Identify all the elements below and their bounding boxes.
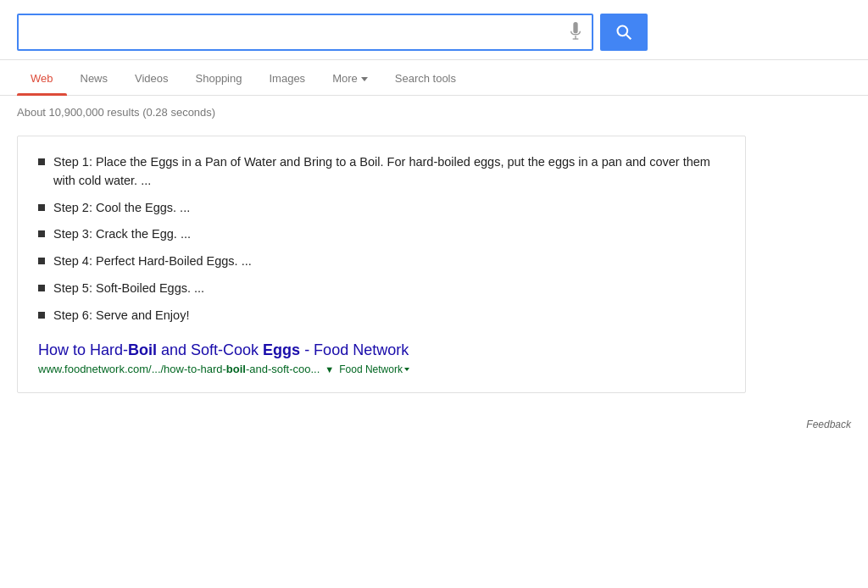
feedback-label[interactable]: Feedback <box>806 419 851 430</box>
mic-button[interactable] <box>559 22 592 42</box>
bullet-icon <box>38 204 45 211</box>
feedback-area: Feedback <box>0 410 868 439</box>
tab-web[interactable]: Web <box>17 60 67 95</box>
search-input-wrapper: how do you boil eggs <box>17 14 593 51</box>
step-text: Step 6: Serve and Enjoy! <box>53 307 725 325</box>
tab-search-tools[interactable]: Search tools <box>381 60 470 95</box>
bullet-icon <box>38 158 45 165</box>
source-name: Food Network <box>339 363 403 375</box>
main-content: Step 1: Place the Eggs in a Pan of Water… <box>0 129 868 410</box>
svg-rect-0 <box>573 22 577 33</box>
nav-tabs: Web News Videos Shopping Images More Sea… <box>0 60 868 96</box>
tab-shopping[interactable]: Shopping <box>182 60 256 95</box>
step-text: Step 1: Place the Eggs in a Pan of Water… <box>53 153 725 191</box>
search-input[interactable]: how do you boil eggs <box>19 24 559 42</box>
search-icon <box>615 24 632 41</box>
bullet-icon <box>38 230 45 237</box>
search-button[interactable] <box>600 14 648 51</box>
title-before-bold1: How to Hard- <box>38 341 128 358</box>
bullet-icon <box>38 312 45 319</box>
bullet-icon <box>38 258 45 264</box>
step-text: Step 5: Soft-Boiled Eggs. ... <box>53 280 725 298</box>
title-after: - Food Network <box>300 341 409 358</box>
chevron-down-icon <box>361 77 368 81</box>
title-bold2: Eggs <box>263 341 300 358</box>
svg-point-3 <box>618 26 628 36</box>
tab-more-label: More <box>332 72 358 85</box>
bullet-icon <box>38 285 45 291</box>
tab-more[interactable]: More <box>319 60 381 95</box>
list-item: Step 5: Soft-Boiled Eggs. ... <box>38 280 725 298</box>
url-after: -and-soft-coo... <box>246 363 320 375</box>
search-bar-area: how do you boil eggs <box>0 0 868 60</box>
result-title-link[interactable]: How to Hard-Boil and Soft-Cook Eggs - Fo… <box>38 341 725 359</box>
svg-line-4 <box>626 35 631 39</box>
url-before-bold: www.foodnetwork.com/.../how-to-hard- <box>38 363 226 375</box>
source-chevron-icon <box>404 368 409 371</box>
steps-list: Step 1: Place the Eggs in a Pan of Water… <box>38 153 725 325</box>
list-item: Step 1: Place the Eggs in a Pan of Water… <box>38 153 725 191</box>
list-item: Step 6: Serve and Enjoy! <box>38 307 725 325</box>
list-item: Step 4: Perfect Hard-Boiled Eggs. ... <box>38 252 725 271</box>
result-url-row: www.foodnetwork.com/.../how-to-hard-boil… <box>38 363 725 375</box>
mic-icon <box>568 22 583 42</box>
result-url: www.foodnetwork.com/.../how-to-hard-boil… <box>38 363 320 375</box>
tab-news[interactable]: News <box>67 60 122 95</box>
results-count: About 10,900,000 results (0.28 seconds) <box>0 96 868 129</box>
tab-images[interactable]: Images <box>255 60 319 95</box>
list-item: Step 3: Crack the Egg. ... <box>38 225 725 244</box>
step-text: Step 2: Cool the Eggs. ... <box>53 199 725 218</box>
tab-videos[interactable]: Videos <box>121 60 182 95</box>
source-badge[interactable]: Food Network <box>339 363 409 375</box>
title-between: and Soft-Cook <box>157 341 263 358</box>
url-bold: boil <box>226 363 246 375</box>
title-bold1: Boil <box>128 341 157 358</box>
step-text: Step 4: Perfect Hard-Boiled Eggs. ... <box>53 252 725 271</box>
url-dropdown-icon[interactable]: ▼ <box>325 364 334 374</box>
featured-result-card: Step 1: Place the Eggs in a Pan of Water… <box>17 136 746 393</box>
list-item: Step 2: Cool the Eggs. ... <box>38 199 725 218</box>
step-text: Step 3: Crack the Egg. ... <box>53 225 725 244</box>
